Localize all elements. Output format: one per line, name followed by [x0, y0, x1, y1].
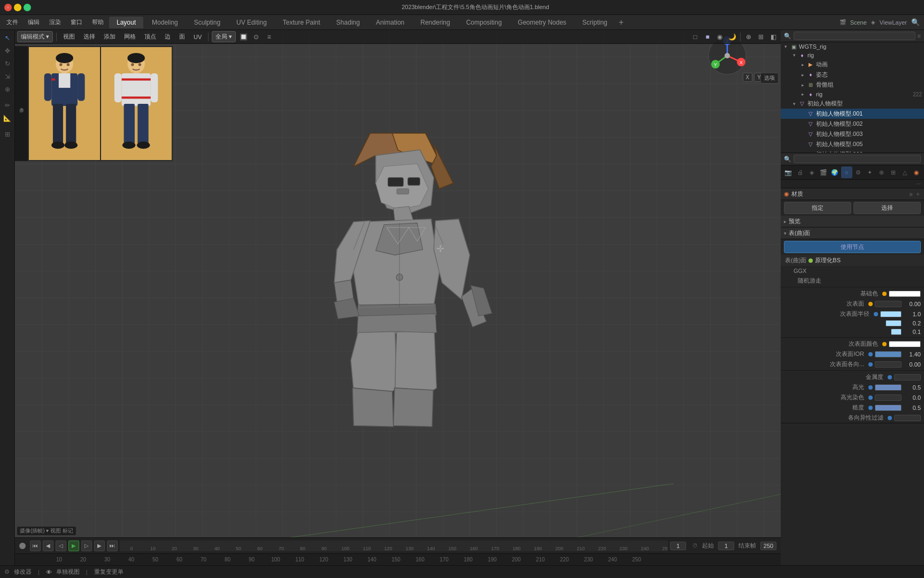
left-icon-add[interactable]: ⊞	[2, 128, 13, 140]
modifier-icon[interactable]: ⚙	[4, 568, 10, 575]
subsurface-ior-dot[interactable]	[868, 352, 873, 356]
mesh-menu[interactable]: 网格	[121, 32, 139, 42]
outliner-item-model-003[interactable]: ▽ 初始人物模型.003	[781, 129, 924, 139]
material-filter-icon[interactable]: ≡	[910, 191, 913, 197]
viewport-shading-wire[interactable]: □	[690, 32, 700, 42]
jump-start-btn[interactable]: ⏮	[30, 541, 41, 551]
n-panel-toggle[interactable]	[779, 273, 781, 294]
global-dropdown[interactable]: 全局▾	[212, 31, 236, 42]
outliner-item-wgts-rig[interactable]: ▾ ▣ WGTS_rig	[781, 42, 924, 51]
prop-tab-render[interactable]: 📷	[783, 166, 794, 178]
metallic-dot[interactable]	[888, 375, 892, 379]
menu-window[interactable]: 窗口	[66, 17, 87, 27]
gizmo-icon[interactable]: ⊕	[743, 32, 754, 42]
3d-viewport[interactable]: 参考	[15, 30, 781, 537]
basecolor-dot[interactable]	[882, 292, 887, 296]
menu-file[interactable]: 文件	[2, 17, 22, 27]
roughness-bar[interactable]	[875, 405, 902, 411]
left-icon-annotate[interactable]: ✏	[2, 100, 13, 111]
snap-icon[interactable]: 🔲	[238, 32, 249, 42]
use-nodes-btn[interactable]: 使用节点	[784, 241, 921, 253]
outliner-filter-icon[interactable]: ≡	[918, 33, 921, 39]
tab-compositing[interactable]: Compositing	[459, 17, 510, 28]
outliner-item-animation[interactable]: ▸ ▶ 动画	[781, 59, 924, 70]
outliner-item-bonegroups[interactable]: ▸ ⊞ 骨骼组	[781, 80, 924, 90]
menu-edit[interactable]: 编辑	[24, 17, 44, 27]
subsurface-aniso-dot[interactable]	[868, 362, 873, 367]
prop-tab-view[interactable]: ◈	[806, 166, 818, 178]
outliner-search-input[interactable]	[794, 32, 915, 40]
outliner-item-rig2[interactable]: ▸ ♦ rig 222	[781, 90, 924, 98]
prop-tab-modifier[interactable]: ⚙	[853, 166, 864, 178]
select-menu[interactable]: 选择	[80, 32, 98, 42]
view-menu[interactable]: 视图	[60, 32, 78, 42]
tab-animation[interactable]: Animation	[368, 17, 412, 28]
search-icon-top[interactable]: 🔍	[911, 18, 920, 26]
subsurface-ior-bar[interactable]	[875, 351, 902, 358]
add-workspace-btn[interactable]: +	[616, 17, 627, 28]
prop-tab-material[interactable]: ◉	[911, 166, 922, 178]
edge-menu[interactable]: 边	[161, 32, 174, 42]
specular-tint-dot[interactable]	[868, 396, 873, 400]
tab-rendering[interactable]: Rendering	[413, 17, 457, 28]
minimize-btn[interactable]: −	[14, 4, 21, 11]
jump-end-btn[interactable]: ⏭	[107, 541, 118, 551]
prop-tab-physics[interactable]: ⊕	[876, 166, 887, 178]
subsurface-aniso-bar[interactable]	[875, 361, 902, 368]
left-icon-cursor[interactable]: ↖	[2, 32, 13, 44]
roughness-dot[interactable]	[868, 406, 873, 410]
edit-mode-dropdown[interactable]: 编辑模式 ▾	[17, 31, 53, 42]
material-add-icon[interactable]: ＋	[915, 190, 921, 198]
view-mode-icon[interactable]: 👁	[46, 569, 52, 575]
specular-dot[interactable]	[868, 385, 873, 390]
proportional-edit-icon[interactable]: ⊙	[251, 32, 261, 42]
subsurface-color-bar[interactable]	[889, 341, 921, 347]
outliner-item-rig[interactable]: ▾ ♦ rig	[781, 51, 924, 59]
viewport-shading-solid[interactable]: ■	[702, 32, 713, 42]
timeline-scale[interactable]: 0 10 20 30 40 50 60 70 80 90 100 110 120…	[120, 541, 668, 551]
subsurface-radius-dot[interactable]	[874, 312, 878, 316]
vertex-menu[interactable]: 顶点	[141, 32, 159, 42]
specular-bar[interactable]	[875, 384, 902, 391]
maximize-btn[interactable]: □	[24, 4, 31, 11]
metallic-bar[interactable]	[894, 374, 921, 381]
next-keyframe-btn[interactable]: ▷	[81, 541, 92, 551]
tab-layout[interactable]: Layout	[109, 17, 143, 28]
prop-tab-constraints[interactable]: ⊞	[888, 166, 899, 178]
xray-icon[interactable]: ◧	[768, 32, 779, 42]
add-menu[interactable]: 添加	[101, 32, 119, 42]
left-icon-scale[interactable]: ⇲	[2, 71, 13, 82]
subsurface-bar[interactable]	[875, 301, 902, 307]
prev-keyframe-btn[interactable]: ◁	[56, 541, 66, 551]
start-frame[interactable]: 1	[718, 542, 734, 550]
props-expand-btn[interactable]: ···	[917, 181, 921, 187]
subsurface-radius-bar1[interactable]	[880, 311, 902, 317]
viewport-shading-material[interactable]: ◉	[714, 32, 725, 42]
aniso-filter-bar[interactable]	[894, 415, 921, 421]
left-icon-move[interactable]: ✥	[2, 45, 13, 57]
select-btn[interactable]: 选择	[853, 202, 921, 214]
play-btn[interactable]: ▶	[68, 541, 79, 551]
specular-tint-bar[interactable]	[875, 394, 902, 401]
menu-render[interactable]: 渲染	[45, 17, 65, 27]
menu-help[interactable]: 帮助	[88, 17, 108, 27]
left-icon-measure[interactable]: 📐	[2, 112, 13, 124]
preview-section-header[interactable]: 预览	[781, 216, 924, 227]
tab-shading[interactable]: Shading	[329, 17, 367, 28]
x-constraint-btn[interactable]: X	[743, 73, 753, 82]
prop-tab-scene[interactable]: 🎬	[818, 166, 829, 178]
viewport-shading-render[interactable]: 🌙	[727, 32, 737, 42]
prop-tab-output[interactable]: 🖨	[795, 166, 806, 178]
close-btn[interactable]: ×	[4, 4, 12, 11]
more-options-icon[interactable]: ≡	[264, 32, 274, 42]
outliner-item-model-001[interactable]: ▽ 初始人物模型.001	[781, 109, 924, 119]
tab-scripting[interactable]: Scripting	[575, 17, 615, 28]
step-back-btn[interactable]: ◀	[43, 541, 53, 551]
surface-section-header[interactable]: 表(曲)面	[781, 227, 924, 239]
end-frame[interactable]: 250	[760, 542, 776, 550]
assign-btn[interactable]: 指定	[784, 202, 851, 214]
props-search-input[interactable]	[794, 155, 921, 163]
outliner-item-model-006[interactable]: ▽ 初始人物模型.006	[781, 149, 924, 153]
left-icon-rotate[interactable]: ↻	[2, 58, 13, 70]
outliner-item-model-005[interactable]: ▽ 初始人物模型.005	[781, 139, 924, 149]
